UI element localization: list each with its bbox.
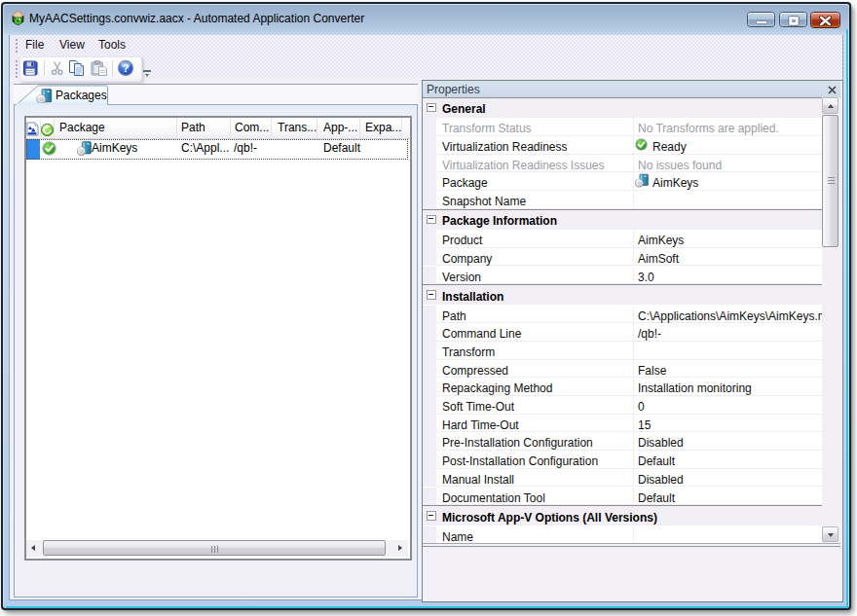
- svg-text:?: ?: [122, 62, 129, 74]
